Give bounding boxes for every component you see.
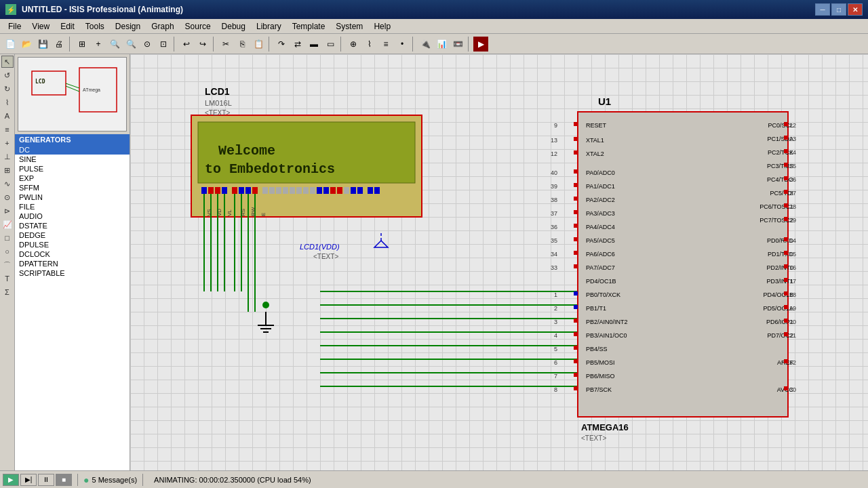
canvas-area[interactable]: LCD1(VDD) <TEXT> U1 ATMEGA16 <TEXT>	[130, 54, 868, 470]
gen-pwlin[interactable]: PWLIN	[15, 192, 130, 202]
zoom-area-button[interactable]: ⊡	[156, 37, 171, 52]
gen-dc[interactable]: DC	[15, 145, 130, 155]
svg-text:PA7/ADC7: PA7/ADC7	[586, 264, 615, 271]
svg-rect-19	[276, 187, 281, 194]
block-button[interactable]: ▬	[307, 37, 321, 52]
gen-pulse[interactable]: PULSE	[15, 164, 130, 174]
probe-tool[interactable]: ⊙	[1, 191, 14, 203]
menu-library[interactable]: Library	[251, 20, 287, 33]
component-tool[interactable]: ⊞	[1, 164, 14, 176]
svg-text:19: 19	[789, 305, 796, 312]
block2-button[interactable]: ▭	[323, 37, 338, 52]
svg-text:20: 20	[789, 319, 796, 325]
stop-button[interactable]: ■	[56, 474, 72, 486]
tape-tool[interactable]: ⊳	[1, 205, 14, 217]
svg-rect-23	[303, 187, 309, 194]
graph-tool[interactable]: 📈	[1, 218, 14, 230]
menu-system[interactable]: System	[330, 20, 368, 33]
symbol-tool[interactable]: Σ	[1, 286, 14, 298]
new-button[interactable]: 📄	[3, 37, 18, 52]
print-button[interactable]: 🖨	[52, 37, 66, 52]
mirror-button[interactable]: ⇄	[290, 37, 305, 52]
gen-dclock[interactable]: DCLOCK	[15, 249, 130, 259]
svg-rect-67	[574, 137, 578, 141]
undo-button[interactable]: ↩	[179, 37, 194, 52]
grid-button[interactable]: ⊞	[75, 37, 90, 52]
menu-design[interactable]: Design	[110, 20, 146, 33]
junction-button[interactable]: •	[395, 37, 410, 52]
gen-dpattern[interactable]: DPATTERN	[15, 259, 130, 268]
play-button[interactable]: ▶	[3, 474, 19, 486]
junction-tool[interactable]: +	[1, 137, 14, 149]
gen-dpulse[interactable]: DPULSE	[15, 240, 130, 249]
toolbar-sep-1	[69, 37, 72, 52]
gen-dedge[interactable]: DEDGE	[15, 230, 130, 240]
menu-help[interactable]: Help	[368, 20, 396, 33]
menu-tools[interactable]: Tools	[80, 20, 110, 33]
svg-rect-10	[208, 187, 214, 194]
close-button[interactable]: ✕	[848, 3, 863, 16]
svg-text:7: 7	[554, 373, 557, 380]
component-button[interactable]: 🔌	[418, 37, 433, 52]
zoom-in-button[interactable]: 🔍	[107, 37, 122, 52]
svg-text:PA4/ADC4: PA4/ADC4	[586, 224, 615, 230]
add-button[interactable]: +	[91, 37, 106, 52]
generator-tool[interactable]: ∿	[1, 178, 14, 190]
menu-graph[interactable]: Graph	[146, 20, 179, 33]
tape-button[interactable]: 📼	[450, 37, 465, 52]
gen-sine[interactable]: SINE	[15, 155, 130, 164]
run-button[interactable]: ▶	[473, 37, 488, 52]
step-button[interactable]: ▶|	[20, 474, 37, 486]
svg-rect-155	[784, 278, 788, 282]
svg-text:PB1/T1: PB1/T1	[586, 305, 606, 312]
gen-file[interactable]: FILE	[15, 202, 130, 211]
bus-tool[interactable]: ≡	[1, 123, 14, 136]
gen-sffm[interactable]: SFFM	[15, 183, 130, 192]
box-tool[interactable]: □	[1, 232, 14, 244]
menu-edit[interactable]: Edit	[55, 20, 80, 33]
circle-tool[interactable]: ○	[1, 245, 14, 258]
bus-button[interactable]: ≡	[378, 37, 393, 52]
gen-audio[interactable]: AUDIO	[15, 211, 130, 221]
menu-debug[interactable]: Debug	[216, 20, 251, 33]
svg-text:32: 32	[789, 359, 796, 366]
svg-text:Welcome: Welcome	[218, 143, 275, 159]
menu-source[interactable]: Source	[180, 20, 216, 33]
svg-rect-107	[574, 332, 578, 336]
redo-tool[interactable]: ↻	[1, 83, 14, 95]
label-tool[interactable]: A	[1, 110, 14, 122]
menu-template[interactable]: Template	[287, 20, 331, 33]
menu-file[interactable]: File	[3, 20, 26, 33]
redo-button[interactable]: ↪	[195, 37, 210, 52]
open-button[interactable]: 📂	[19, 37, 34, 52]
undo-tool[interactable]: ↺	[1, 69, 14, 81]
pause-button[interactable]: ⏸	[38, 474, 54, 486]
wire-tool[interactable]: ⌇	[1, 96, 14, 108]
cut-button[interactable]: ✂	[218, 37, 233, 52]
save-button[interactable]: 💾	[35, 37, 50, 52]
toolbar-sep-4	[269, 37, 271, 52]
menu-view[interactable]: View	[26, 20, 55, 33]
gen-exp[interactable]: EXP	[15, 174, 130, 183]
svg-text:PA2/ADC2: PA2/ADC2	[586, 197, 615, 203]
rotate-button[interactable]: ↷	[274, 37, 289, 52]
minimize-button[interactable]: ─	[815, 3, 830, 16]
terminal-tool[interactable]: ⊥	[1, 150, 14, 163]
svg-text:38: 38	[551, 197, 557, 203]
select-tool[interactable]: ↖	[1, 56, 14, 68]
svg-rect-13	[232, 187, 237, 194]
arc-tool[interactable]: ⌒	[1, 259, 14, 271]
status-sep-2	[142, 474, 143, 486]
probe-button[interactable]: ⊕	[346, 37, 361, 52]
zoom-out-button[interactable]: 🔍	[123, 37, 138, 52]
zoom-full-button[interactable]: ⊙	[140, 37, 155, 52]
gen-dstate[interactable]: DSTATE	[15, 221, 130, 230]
toolbar: 📄 📂 💾 🖨 ⊞ + 🔍 🔍 ⊙ ⊡ ↩ ↪ ✂ ⎘ 📋 ↷ ⇄ ▬ ▭ ⊕ …	[0, 34, 868, 54]
wire-button[interactable]: ⌇	[362, 37, 377, 52]
graph-button[interactable]: 📊	[434, 37, 449, 52]
text-tool[interactable]: T	[1, 272, 14, 285]
copy-button[interactable]: ⎘	[235, 37, 250, 52]
gen-scriptable[interactable]: SCRIPTABLE	[15, 268, 130, 278]
maximize-button[interactable]: □	[831, 3, 846, 16]
paste-button[interactable]: 📋	[251, 37, 266, 52]
